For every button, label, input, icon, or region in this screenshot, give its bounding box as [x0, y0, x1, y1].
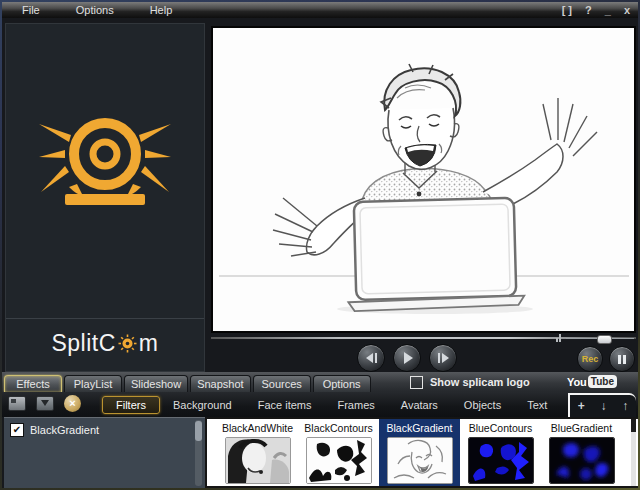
active-filters-list: ✔ BlackGradient: [4, 417, 205, 488]
wordmark-text-post: m: [139, 330, 159, 357]
thumbnail-image: [306, 437, 372, 484]
maximize-button[interactable]: [ ]: [562, 4, 572, 16]
tab-avatars[interactable]: Avatars: [388, 397, 451, 413]
filter-enabled-checkbox[interactable]: ✔: [10, 423, 24, 437]
thumbnail-image: [387, 437, 453, 484]
show-logo-label: Show splicam logo: [430, 376, 530, 388]
volume-slider[interactable]: [556, 331, 634, 345]
thumbnail-blackgradient[interactable]: BlackGradient: [379, 419, 460, 486]
volume-track[interactable]: [566, 338, 634, 339]
filter-file-actions: ×: [7, 395, 82, 412]
import-arrow-icon: [36, 396, 54, 411]
play-icon: [404, 352, 413, 364]
thumbnail-image: [468, 437, 534, 484]
thumbnail-label: BlackAndWhite: [217, 422, 298, 434]
thumbnail-label: BlueGradient: [541, 422, 622, 434]
record-label: Rec: [582, 354, 599, 364]
wordmark-text-pre: SplitC: [51, 330, 115, 357]
list-buttons-tab: + ↓ ↑: [568, 393, 636, 417]
list-scrollbar[interactable]: [195, 420, 202, 486]
step-forward-icon: [442, 353, 449, 363]
main-area: SplitC m: [2, 18, 638, 372]
thumbnail-image: [549, 437, 615, 484]
tab-snapshot[interactable]: Snapshot: [190, 375, 250, 392]
titlebar: File Options Help [ ] ? _ x: [2, 2, 638, 18]
tab-slideshow[interactable]: Slideshow: [124, 375, 188, 392]
webcam-rays-icon: [39, 102, 171, 230]
tab-options[interactable]: Options: [313, 375, 371, 392]
window-inner: File Options Help [ ] ? _ x: [2, 2, 638, 488]
tab-face-items[interactable]: Face items: [245, 397, 325, 413]
tab-objects[interactable]: Objects: [451, 397, 514, 413]
record-button[interactable]: Rec: [577, 346, 603, 372]
media-file-icon: [8, 396, 26, 411]
tab-filters[interactable]: Filters: [102, 396, 160, 414]
import-button[interactable]: [35, 395, 54, 412]
thumbnail-label: BlueContours: [460, 422, 541, 434]
help-button[interactable]: ?: [585, 4, 592, 16]
filter-item-label: BlackGradient: [30, 424, 99, 436]
show-logo-checkbox[interactable]: [410, 376, 423, 389]
video-preview: [211, 26, 636, 333]
media-file-button[interactable]: [7, 395, 26, 412]
thumbnails-scrollbar-thumb[interactable]: [631, 419, 636, 432]
close-button[interactable]: x: [624, 4, 630, 16]
thumbnail-bluecontours[interactable]: BlueContours: [460, 419, 541, 486]
list-scrollbar-thumb[interactable]: [195, 421, 202, 441]
record-pause-group: Rec: [577, 346, 635, 372]
pause-button[interactable]: [609, 346, 635, 372]
tab-playlist[interactable]: PlayList: [64, 375, 122, 392]
bottom-area: ✔ BlackGradient BlackAndWhite: [2, 417, 638, 488]
window-controls: [ ] ? _ x: [562, 2, 630, 18]
transport-buttons: [357, 344, 457, 372]
youtube-logo[interactable]: You Tube: [567, 375, 617, 388]
move-down-button[interactable]: ↓: [601, 400, 607, 412]
show-logo-toggle: Show splicam logo: [410, 372, 530, 392]
youtube-tube-badge: Tube: [588, 375, 617, 388]
thumbnail-label: BlackGradient: [379, 422, 460, 434]
minimize-button[interactable]: _: [605, 4, 611, 16]
thumbnail-blackcontours[interactable]: BlackContours: [298, 419, 379, 486]
add-filter-button[interactable]: +: [578, 400, 585, 412]
tab-text[interactable]: Text: [514, 397, 560, 413]
step-back-icon: [366, 353, 373, 363]
sun-icon: [118, 334, 137, 353]
splitcam-window: File Options Help [ ] ? _ x: [0, 0, 640, 490]
menu-options[interactable]: Options: [76, 4, 114, 16]
thumbnail-blackandwhite[interactable]: BlackAndWhite: [217, 419, 298, 486]
filter-toolbar: × Filters Background Face items Frames A…: [2, 392, 638, 417]
thumbnail-bluegradient[interactable]: BlueGradient: [541, 419, 622, 486]
tab-background[interactable]: Background: [160, 397, 245, 413]
tab-frames[interactable]: Frames: [324, 397, 387, 413]
delete-x-icon: ×: [64, 395, 81, 412]
delete-button[interactable]: ×: [63, 395, 82, 412]
tab-effects[interactable]: Effects: [4, 375, 62, 392]
menu-help[interactable]: Help: [150, 4, 173, 16]
panel-divider: [6, 318, 204, 319]
splitcam-wordmark: SplitC m: [6, 330, 204, 357]
main-tabbar: Effects PlayList Slideshow Snapshot Sour…: [2, 372, 638, 392]
thumbnails-scrollbar[interactable]: [631, 419, 636, 486]
previous-frame-button[interactable]: [357, 344, 385, 372]
brand-panel: SplitC m: [5, 23, 205, 372]
menu-file[interactable]: File: [22, 4, 40, 16]
menubar: File Options Help: [2, 4, 172, 16]
thumbnail-label: BlackContours: [298, 422, 379, 434]
filter-category-tabs: Filters Background Face items Frames Ava…: [102, 393, 638, 416]
thumbnail-image: [225, 437, 291, 484]
volume-thumb[interactable]: [597, 335, 612, 344]
move-up-button[interactable]: ↑: [622, 400, 628, 412]
youtube-you-text: You: [567, 376, 587, 388]
filter-thumbnails-panel: BlackAndWhite BlackContours: [205, 417, 638, 488]
next-frame-button[interactable]: [429, 344, 457, 372]
tab-sources[interactable]: Sources: [253, 375, 311, 392]
list-item-blackgradient[interactable]: ✔ BlackGradient: [4, 418, 205, 437]
play-button[interactable]: [393, 344, 421, 372]
volume-icon: [556, 334, 563, 342]
pause-icon: [618, 355, 626, 364]
